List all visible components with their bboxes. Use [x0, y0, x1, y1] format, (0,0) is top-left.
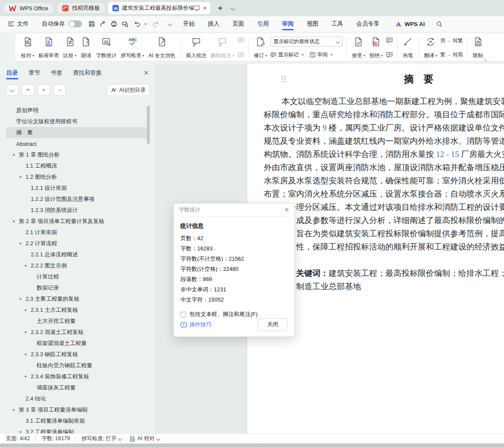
- to-simplified-button[interactable]: 繁→ 转简: [440, 51, 463, 58]
- compare-button[interactable]: 比较▾: [61, 35, 79, 60]
- collapse-arrow-icon[interactable]: ▼: [24, 353, 27, 357]
- undo-button[interactable]: ▾: [133, 20, 146, 28]
- menu-tab[interactable]: 开始: [182, 17, 195, 31]
- accept-revision-button[interactable]: 接受▾: [350, 35, 367, 60]
- collapse-arrow-icon[interactable]: ▼: [24, 375, 27, 379]
- next-revision-icon[interactable]: [386, 51, 393, 58]
- previous-revision-icon[interactable]: [386, 37, 393, 44]
- page-indicator[interactable]: 页面: 4/42: [6, 435, 30, 442]
- outline-item[interactable]: ▼第 2 章 项目清单工程量计算及复核: [0, 216, 152, 227]
- collapse-arrow-icon[interactable]: ▼: [19, 430, 22, 434]
- ai-polish-button[interactable]: AI 全文润色: [146, 35, 178, 60]
- track-changes-button[interactable]: 修订▾: [252, 35, 269, 60]
- include-footnotes-checkbox[interactable]: 包括文本框、脚注和尾注(F): [181, 311, 288, 318]
- outline-item[interactable]: 1.1 工程概况: [0, 160, 152, 171]
- outline-item[interactable]: 3.1 工程量清单编制依据: [0, 415, 152, 427]
- outline-item[interactable]: 土方开挖工程量: [0, 316, 152, 327]
- show-markup-button[interactable]: 显示标记▾: [270, 51, 303, 58]
- search-button[interactable]: [434, 19, 445, 29]
- pane-tab[interactable]: 查找和替换: [73, 65, 102, 81]
- print-button[interactable]: [108, 19, 119, 29]
- expand-all-button[interactable]: [6, 84, 18, 96]
- pane-tab[interactable]: 章节: [28, 65, 41, 81]
- menu-tab[interactable]: 审阅: [281, 17, 294, 31]
- redo-button[interactable]: [151, 19, 162, 29]
- tab-wps-office[interactable]: WPS Office: [3, 2, 54, 14]
- outline-item[interactable]: 2.4 结论: [0, 393, 152, 404]
- menu-tab[interactable]: 插入: [207, 17, 220, 31]
- outline-item[interactable]: 原创声明: [0, 105, 152, 116]
- dialog-title-bar[interactable]: 字数统计 ✕: [174, 203, 294, 217]
- tab-current-document[interactable]: W 建筑安装工程最高投标限价编: [108, 2, 210, 14]
- collapse-all-button[interactable]: [22, 84, 34, 96]
- ai-proofread-status[interactable]: AI 校对: [129, 435, 160, 442]
- autosave-control[interactable]: 自动保存: [42, 20, 82, 28]
- outline-item[interactable]: Abstract: [0, 138, 152, 149]
- outline-item[interactable]: ▼2.3.4 装饰装修工程复核: [0, 371, 152, 382]
- print-preview-button[interactable]: [119, 19, 131, 29]
- outline-item[interactable]: ▼第 1 章 图纸分析: [0, 149, 152, 160]
- collapse-arrow-icon[interactable]: ▼: [12, 220, 15, 224]
- collapse-arrow-icon[interactable]: ▼: [12, 153, 15, 157]
- spell-check-button[interactable]: ABC 拼写检查▾: [119, 35, 146, 60]
- outline-item[interactable]: 2.1 计算依据: [0, 227, 152, 238]
- word-count-button[interactable]: 12 字数统计: [94, 35, 119, 60]
- outline-item[interactable]: 学位论文版权使用授权书: [0, 116, 152, 127]
- close-dialog-button[interactable]: 关闭: [258, 318, 288, 331]
- outline-item[interactable]: ▼第 3 章 项目工程量清单编制: [0, 404, 152, 415]
- menu-tab[interactable]: 会员专享: [355, 17, 380, 31]
- previous-comment-icon[interactable]: [237, 37, 245, 44]
- restrict-editing-button[interactable]: 限制: [470, 35, 486, 60]
- collapse-arrow-icon[interactable]: ▼: [12, 408, 15, 412]
- autosave-toggle[interactable]: [68, 20, 82, 27]
- menu-tab[interactable]: 工具: [331, 17, 344, 31]
- outline-item[interactable]: ▼2.3.2 混凝土工程复核: [0, 327, 152, 338]
- new-tab-button[interactable]: +: [215, 3, 226, 14]
- menu-tab[interactable]: 引用: [256, 17, 270, 31]
- close-pane-icon[interactable]: ✕: [143, 69, 149, 77]
- export-pdf-button[interactable]: [97, 19, 108, 29]
- collapse-arrow-icon[interactable]: ▼: [24, 264, 27, 268]
- zoom-out-level-button[interactable]: −: [53, 84, 66, 96]
- outline-item[interactable]: 1.2.2 设计范围及注意事项: [0, 194, 152, 205]
- word-count-indicator[interactable]: 字数: 16179: [41, 435, 70, 442]
- outline-item[interactable]: 墙面抹灰工程量: [0, 382, 152, 393]
- ribbon-expand-icon[interactable]: ↘: [484, 57, 487, 62]
- outline-item[interactable]: ▼2.3.1 土方工程复核: [0, 305, 152, 316]
- delete-comment-button[interactable]: 删除批注▾: [209, 35, 236, 60]
- zoom-in-level-button[interactable]: +: [38, 84, 50, 96]
- review-pane-button[interactable]: 审阅▾: [309, 51, 332, 58]
- outline-item[interactable]: 框架梁混凝土工程量: [0, 338, 152, 349]
- outline-item[interactable]: 摘 要: [6, 127, 149, 138]
- markup-state-select[interactable]: 显示标记的最终状态: [270, 37, 343, 46]
- collapse-arrow-icon[interactable]: ▼: [19, 242, 22, 246]
- tab-docer-templates[interactable]: 找稻壳模板: [56, 2, 105, 14]
- pane-tab[interactable]: 书签: [50, 65, 63, 81]
- outline-item[interactable]: 柱纵向受力钢筋工程量: [0, 360, 152, 371]
- collapse-arrow-icon[interactable]: ▼: [19, 175, 22, 179]
- outline-item[interactable]: ▼3.2 工程量清单编制: [0, 427, 152, 433]
- outline-item[interactable]: 数据记录: [0, 282, 152, 293]
- tips-link[interactable]: 操作技巧: [181, 321, 212, 328]
- dialog-close-icon[interactable]: ✕: [284, 206, 289, 214]
- ai-recognize-toc-button[interactable]: AI识别目录: [107, 84, 150, 96]
- to-traditional-button[interactable]: 简→ 转繁: [440, 37, 463, 44]
- sidebar-scrollbar[interactable]: [147, 106, 150, 144]
- collapse-arrow-icon[interactable]: ▼: [24, 331, 27, 334]
- outline-item[interactable]: 1.2.3 消防系统设计: [0, 205, 152, 216]
- outline-item[interactable]: ▼2.2.2 图文示例: [0, 260, 152, 271]
- spell-check-status[interactable]: 拼写检查: 打开: [82, 435, 122, 442]
- outline-item[interactable]: 1.2.1 设计依据: [0, 183, 152, 194]
- translate-button[interactable]: A 翻译▾: [422, 35, 440, 60]
- proofread-button[interactable]: 校对▾: [19, 35, 36, 60]
- outline-item[interactable]: ▼1.2 图纸分析: [0, 171, 152, 183]
- outline-item[interactable]: ▼2.3.3 钢筋工程复核: [0, 349, 152, 360]
- collapse-arrow-icon[interactable]: ▼: [19, 297, 22, 301]
- reject-revision-button[interactable]: 拒绝▾: [367, 35, 385, 60]
- wps-ai-button[interactable]: WPS AI: [395, 21, 425, 27]
- read-aloud-button[interactable]: 朗读: [79, 35, 94, 60]
- outline-item[interactable]: ▼2.2 计算流程: [0, 238, 152, 249]
- menu-tab[interactable]: 页面: [232, 17, 245, 31]
- collapse-arrow-icon[interactable]: ▼: [24, 308, 27, 312]
- outline-item[interactable]: 2.2.1 总体流程概述: [0, 249, 152, 260]
